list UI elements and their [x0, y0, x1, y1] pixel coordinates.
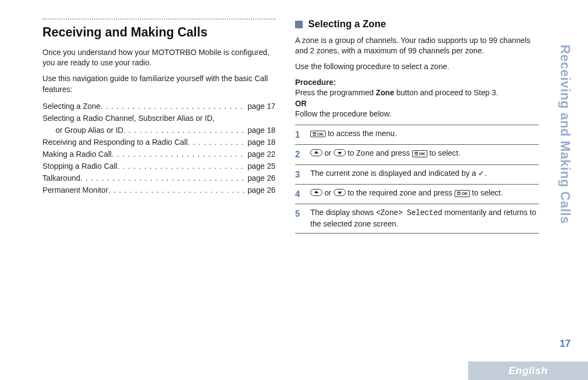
language-tab: English — [468, 361, 588, 380]
toc-entry: Talkaroundpage 26 — [42, 172, 275, 184]
step-1: 1 ☰ OK to access the menu. — [295, 125, 539, 145]
toc-entry: Stopping a Radio Callpage 25 — [42, 160, 275, 172]
intro-paragraph-1: Once you understand how your MOTOTRBO Mo… — [42, 47, 275, 68]
subheading-bullet-icon — [295, 21, 303, 28]
table-of-contents: Selecting a Zonepage 17Selecting a Radio… — [42, 100, 275, 196]
step-number: 1 — [295, 128, 304, 141]
intro-block: Once you understand how your MOTOTRBO Mo… — [42, 47, 275, 95]
up-arrow-key-icon — [310, 149, 322, 156]
procedure-follow-line: Follow the procedure below. — [295, 109, 539, 119]
left-column: Receiving and Making Calls Once you unde… — [42, 19, 275, 234]
toc-entry-sub: or Group Alias or IDpage 18 — [42, 124, 275, 136]
ok-key-icon: ☰ OK — [412, 150, 427, 157]
procedure-label: Procedure: — [295, 78, 539, 87]
procedure-steps: 1 ☰ OK to access the menu. 2 or to Zone … — [295, 125, 539, 234]
toc-entry: Receiving and Responding to a Radio Call… — [42, 136, 275, 148]
page-number: 17 — [560, 338, 571, 350]
toc-entry: Making a Radio Callpage 22 — [42, 148, 275, 160]
step-text: ☰ OK to access the menu. — [310, 128, 539, 139]
zone-paragraph-1: A zone is a group of channels. Your radi… — [295, 35, 539, 56]
step-number: 5 — [295, 207, 304, 220]
side-chapter-title: Receiving and Making Calls — [558, 45, 573, 224]
procedure-shortcut-line: Press the programmed Zone button and pro… — [295, 88, 539, 98]
main-heading: Receiving and Making Calls — [42, 25, 275, 40]
step-text: or to the required zone and press ☰ OK t… — [310, 188, 539, 199]
step-number: 2 — [295, 148, 304, 161]
subheading: Selecting a Zone — [308, 19, 386, 30]
page-content: Receiving and Making Calls Once you unde… — [0, 0, 588, 244]
step-text: The display shows <Zone> Selected moment… — [310, 207, 539, 229]
step-number: 3 — [295, 168, 304, 181]
toc-entry: Permanent Monitorpage 26 — [42, 184, 275, 196]
step-text: The current zone is displayed and indica… — [310, 168, 539, 179]
up-arrow-key-icon — [310, 189, 322, 196]
down-arrow-key-icon — [334, 149, 346, 156]
step-text: or to Zone and press ☰ OK to select. — [310, 148, 539, 160]
ok-key-icon: ☰ OK — [310, 131, 326, 138]
step-2: 2 or to Zone and press ☰ OK to select. — [295, 145, 539, 164]
check-icon: ✓ — [478, 169, 485, 177]
dotted-rule — [42, 19, 275, 20]
ok-key-icon: ☰ OK — [455, 190, 470, 197]
step-3: 3 The current zone is displayed and indi… — [295, 165, 539, 185]
toc-entry: Selecting a Zonepage 17 — [42, 100, 275, 112]
toc-entry: Selecting a Radio Channel, Subscriber Al… — [42, 112, 275, 124]
or-label: OR — [295, 99, 539, 108]
subheading-row: Selecting a Zone — [295, 19, 539, 30]
right-column-wrap: Selecting a Zone A zone is a group of ch… — [295, 19, 539, 234]
zone-paragraph-2: Use the following procedure to select a … — [295, 62, 539, 72]
step-4: 4 or to the required zone and press ☰ OK… — [295, 185, 539, 204]
right-column: Selecting a Zone A zone is a group of ch… — [295, 19, 539, 234]
step-number: 4 — [295, 188, 304, 200]
intro-paragraph-2: Use this navigation guide to familiarize… — [42, 73, 275, 94]
down-arrow-key-icon — [334, 189, 346, 196]
step-5: 5 The display shows <Zone> Selected mome… — [295, 204, 539, 233]
